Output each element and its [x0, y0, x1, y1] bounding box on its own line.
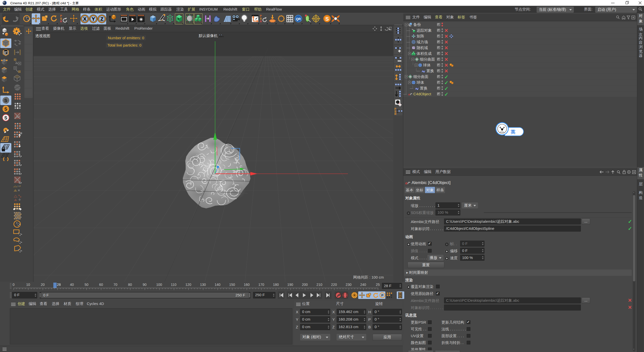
- svg-text:Y: Y: [92, 16, 95, 22]
- svg-text:P: P: [381, 293, 384, 297]
- svg-text:QR: QR: [296, 17, 301, 21]
- svg-text:S: S: [4, 98, 7, 103]
- svg-text:a: a: [405, 181, 407, 185]
- svg-text:R: R: [60, 20, 62, 23]
- svg-text:Z: Z: [100, 16, 103, 22]
- svg-text:R: R: [260, 20, 262, 23]
- svg-text:a: a: [408, 92, 410, 96]
- svg-text:X: X: [83, 16, 87, 22]
- svg-text:S: S: [4, 107, 7, 112]
- svg-text:S: S: [4, 115, 7, 120]
- svg-text:S: S: [325, 16, 329, 22]
- svg-text:竹先生: 竹先生: [500, 131, 504, 133]
- svg-text:R: R: [394, 112, 396, 115]
